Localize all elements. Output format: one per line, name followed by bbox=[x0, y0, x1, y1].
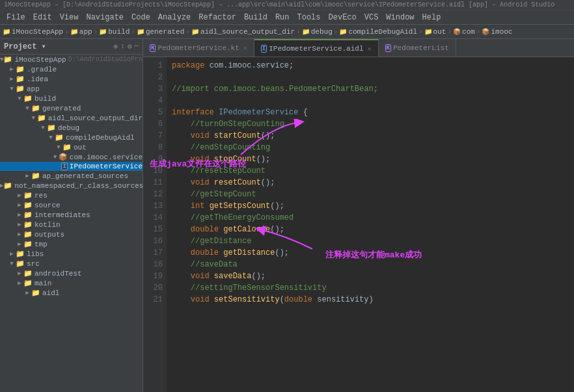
tree-item-main[interactable]: ▶ 📁 main bbox=[0, 278, 143, 288]
tree-item-kotlin[interactable]: ▶ 📁 kotlin bbox=[0, 220, 143, 229]
tree-item-root[interactable]: ▼ 📁 iMoocStepApp D:\AndroidStudioProject… bbox=[0, 55, 143, 64]
tree-item-aidl[interactable]: ▶ 📁 aidl bbox=[0, 288, 143, 298]
kt-icon-1: K bbox=[150, 44, 156, 52]
tree-label-gradle: .gradle bbox=[27, 66, 57, 73]
tree-label-com-imooc: com.imooc.service bbox=[70, 153, 143, 161]
bc-icon-10: 📦 bbox=[482, 28, 489, 36]
tree-item-aidl-source[interactable]: ▼ 📁 aidl_source_output_dir bbox=[0, 113, 143, 123]
tree-item-out[interactable]: ▼ 📁 out bbox=[0, 142, 143, 152]
bc-icon-5: 📁 bbox=[191, 28, 199, 36]
tab-label-2: IPedometerService.aidl bbox=[269, 45, 363, 53]
tree-item-res[interactable]: ▶ 📁 res bbox=[0, 190, 143, 200]
tree-label-build: build bbox=[34, 95, 56, 103]
tree-item-ap-generated[interactable]: ▶ 📁 ap_generated_sources bbox=[0, 171, 143, 181]
tree-item-intermediates[interactable]: ▶ 📁 intermediates bbox=[0, 210, 143, 220]
menu-code[interactable]: Code bbox=[128, 12, 154, 23]
tree-item-com-imooc[interactable]: ▼ 📦 com.imooc.service bbox=[0, 152, 143, 162]
service-icon-ipedometerservice: I bbox=[61, 163, 67, 170]
bc-icon-7: 📁 bbox=[339, 28, 347, 36]
menu-vcs[interactable]: VCS bbox=[361, 12, 383, 23]
bc-icon-1: 📁 bbox=[3, 28, 10, 36]
bc-item-5[interactable]: aidl_source_output_dir bbox=[200, 28, 295, 36]
minimize-icon[interactable]: ─ bbox=[134, 42, 139, 51]
tree-item-app[interactable]: ▼ 📁 app bbox=[0, 84, 143, 94]
panel-header: Project ▾ ⊕ ↕ ⚙ ─ bbox=[0, 39, 143, 55]
folder-icon-libs: 📁 bbox=[16, 250, 25, 258]
tree-arrow-app: ▼ bbox=[8, 86, 16, 92]
tree-label-debug: debug bbox=[58, 124, 79, 132]
bc-item-2[interactable]: app bbox=[79, 28, 92, 36]
tree-item-ipedometerservice[interactable]: I IPedometerService bbox=[0, 162, 143, 171]
tree-arrow-outputs: ▶ bbox=[16, 231, 23, 238]
menu-analyze[interactable]: Analyze bbox=[154, 12, 195, 23]
tree-item-src[interactable]: ▼ 📁 src bbox=[0, 259, 143, 268]
folder-icon-aidl: 📁 bbox=[31, 289, 40, 297]
menu-edit[interactable]: Edit bbox=[29, 12, 56, 23]
editor-area: K PedometerService.kt ✕ I IPedometerServ… bbox=[143, 39, 574, 392]
tree-label-outputs: outputs bbox=[34, 231, 64, 239]
tree-item-debug[interactable]: ▼ 📁 debug bbox=[0, 123, 143, 133]
bc-icon-3: 📁 bbox=[99, 28, 107, 36]
tab-close-2[interactable]: ✕ bbox=[368, 45, 372, 53]
bc-item-10[interactable]: imooc bbox=[491, 28, 512, 36]
app-title: iMoocStepApp – [D:\AndroidStudioProjects… bbox=[4, 1, 554, 8]
code-line-5: interface IPedometerService { bbox=[172, 107, 569, 118]
menu-view[interactable]: View bbox=[56, 12, 83, 23]
panel-icons: ⊕ ↕ ⚙ ─ bbox=[114, 42, 139, 51]
project-tree: ▼ 📁 iMoocStepApp D:\AndroidStudioProject… bbox=[0, 55, 143, 392]
sort-icon[interactable]: ↕ bbox=[120, 42, 125, 51]
bc-item-3[interactable]: build bbox=[108, 28, 130, 36]
bc-icon-9: 📦 bbox=[453, 28, 461, 36]
settings-icon[interactable]: ⚙ bbox=[128, 42, 132, 51]
tree-item-idea[interactable]: ▶ 📁 .idea bbox=[0, 74, 143, 84]
tree-label-androidtest: androidTest bbox=[34, 270, 82, 278]
menu-refactor[interactable]: Refactor bbox=[195, 12, 240, 23]
tree-item-libs[interactable]: ▶ 📁 libs bbox=[0, 249, 143, 259]
code-line-7: void startCount(); bbox=[172, 130, 569, 142]
code-editor[interactable]: 12345 678910 1112131415 1617181920 21 pa… bbox=[143, 57, 574, 392]
menu-deveco[interactable]: DevEco bbox=[325, 12, 361, 23]
tree-item-outputs[interactable]: ▶ 📁 outputs bbox=[0, 229, 143, 239]
tree-label-source: source bbox=[34, 202, 61, 209]
tree-arrow-aidl: ▶ bbox=[23, 289, 31, 296]
tree-label-kotlin: kotlin bbox=[34, 221, 61, 229]
tree-arrow-main: ▶ bbox=[16, 280, 23, 287]
bc-item-8[interactable]: out bbox=[433, 28, 446, 36]
tree-item-androidtest[interactable]: ▶ 📁 androidTest bbox=[0, 268, 143, 278]
tree-item-generated[interactable]: ▼ 📁 generated bbox=[0, 103, 143, 113]
folder-icon-aidl-source: 📁 bbox=[37, 114, 46, 122]
menu-tools[interactable]: Tools bbox=[294, 12, 325, 23]
menu-navigate[interactable]: Navigate bbox=[82, 12, 128, 23]
bc-item-1[interactable]: iMoocStepApp bbox=[12, 28, 63, 36]
sync-icon[interactable]: ⊕ bbox=[114, 42, 118, 51]
tree-item-not-namespaced[interactable]: ▶ 📁 not_namespaced_r_class_sources bbox=[0, 181, 143, 190]
menu-file[interactable]: File bbox=[3, 12, 29, 23]
tab-pedometerservice-kt[interactable]: K PedometerService.kt ✕ bbox=[143, 39, 254, 57]
tab-ipedometerservice-aidl[interactable]: I IPedometerService.aidl ✕ bbox=[254, 39, 379, 57]
code-line-13: int getSetpsCount(); bbox=[172, 200, 569, 212]
tree-arrow-out: ▼ bbox=[55, 144, 62, 151]
tab-close-1[interactable]: ✕ bbox=[243, 44, 247, 52]
tab-label-1: PedometerService.kt bbox=[157, 44, 239, 52]
tree-item-gradle[interactable]: ▶ 📁 .gradle bbox=[0, 64, 143, 74]
tree-item-tmp[interactable]: ▶ 📁 tmp bbox=[0, 239, 143, 249]
tab-pedometerlist[interactable]: K PedometerList bbox=[379, 39, 456, 57]
menu-help[interactable]: Help bbox=[418, 12, 445, 23]
bc-item-4[interactable]: generated bbox=[146, 28, 184, 36]
code-content[interactable]: package com.imooc.service; //import com.… bbox=[167, 57, 574, 392]
code-line-3: //import com.imooc.beans.PedometerChartB… bbox=[172, 83, 569, 95]
tree-item-compile[interactable]: ▼ 📁 compileDebugAidl bbox=[0, 133, 143, 142]
bc-item-9[interactable]: com bbox=[462, 28, 475, 36]
menu-build[interactable]: Build bbox=[240, 12, 271, 23]
tree-item-build[interactable]: ▼ 📁 build bbox=[0, 94, 143, 103]
folder-icon-not-namespaced: 📁 bbox=[3, 181, 12, 190]
tree-arrow-kotlin: ▶ bbox=[16, 221, 23, 228]
bc-icon-8: 📁 bbox=[424, 28, 432, 36]
tree-item-source[interactable]: ▶ 📁 source bbox=[0, 200, 143, 210]
bc-item-6[interactable]: debug bbox=[311, 28, 333, 36]
menu-run[interactable]: Run bbox=[271, 12, 294, 23]
menu-window[interactable]: Window bbox=[382, 12, 418, 23]
tree-arrow-generated: ▼ bbox=[23, 105, 31, 112]
code-line-16: //getDistance bbox=[172, 235, 569, 247]
bc-item-7[interactable]: compileDebugAidl bbox=[348, 28, 417, 36]
